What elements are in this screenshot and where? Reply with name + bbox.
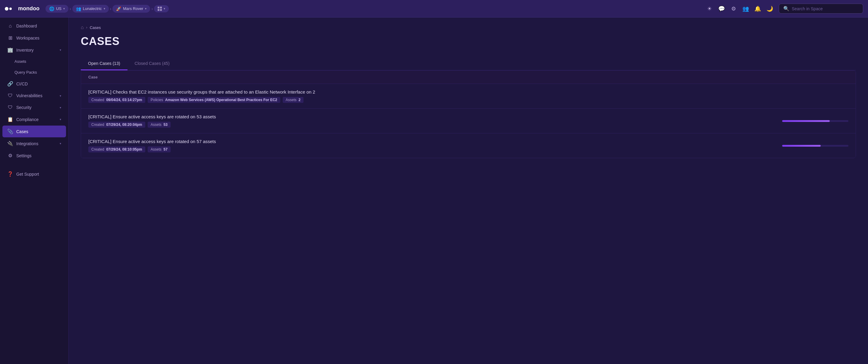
region-label: US <box>56 6 61 11</box>
breadcrumb-sep-1: › <box>70 6 71 11</box>
people-icon: 👥 <box>76 6 81 11</box>
theme-toggle-button[interactable]: ☀ <box>704 3 715 14</box>
search-placeholder: Search in Space <box>792 6 823 11</box>
integrations-icon: 🔌 <box>7 141 13 146</box>
created-badge: Created 07/29/24, 08:10:05pm <box>88 146 145 152</box>
sidebar-label-vulnerabilities: Vulnerabilities <box>16 93 57 98</box>
top-navigation: mondoo 🌐 US ▾ › 👥 Lunalectric ▾ › 🚀 Mars… <box>0 0 868 18</box>
sidebar-item-inventory[interactable]: 🏢 Inventory ▾ <box>2 44 66 56</box>
region-chevron-icon: ▾ <box>63 7 65 10</box>
security-chevron-icon: ▾ <box>60 106 61 109</box>
sidebar-item-vulnerabilities[interactable]: 🛡 Vulnerabilities ▾ <box>2 90 66 102</box>
space-chevron-icon: ▾ <box>145 7 147 10</box>
logo[interactable]: mondoo <box>5 5 39 12</box>
cases-icon: 📎 <box>7 129 13 134</box>
sidebar-label-querypacks: Query Packs <box>14 70 61 75</box>
sidebar-item-workspaces[interactable]: ⊞ Workspaces <box>2 32 66 44</box>
assets-label: Assets <box>151 122 161 127</box>
sidebar-item-getsupport[interactable]: ❓ Get Support <box>2 168 66 180</box>
logo-text: mondoo <box>18 5 39 12</box>
sidebar-label-cicd: CI/CD <box>16 82 61 86</box>
vulnerabilities-icon: 🛡 <box>7 93 13 99</box>
sidebar-label-compliance: Compliance <box>16 117 57 122</box>
team-button[interactable]: 👥 <box>740 3 751 14</box>
sidebar-item-cases[interactable]: 📎 Cases <box>2 125 66 137</box>
breadcrumb-home-icon[interactable]: ⌂ <box>81 25 84 30</box>
breadcrumb-current: Cases <box>90 25 101 30</box>
case-row[interactable]: [CRITICAL] Ensure active access keys are… <box>81 109 856 133</box>
breadcrumb-separator: › <box>86 25 87 30</box>
space-label: Mars Rover <box>123 6 143 11</box>
integrations-chevron-icon: ▾ <box>60 142 61 145</box>
assets-value: 2 <box>299 98 301 102</box>
cases-table: Case [CRITICAL] Checks that EC2 instance… <box>81 70 856 158</box>
rover-icon: 🚀 <box>116 6 121 11</box>
sidebar-item-querypacks[interactable]: Query Packs <box>2 67 66 78</box>
created-date: 09/04/24, 03:14:27pm <box>106 98 142 102</box>
logo-circle-small <box>9 7 12 10</box>
assets-value: 57 <box>163 147 167 151</box>
assets-badge: Assets 57 <box>148 146 170 152</box>
sidebar-item-dashboard[interactable]: ⌂ Dashboard <box>2 20 66 32</box>
main-content: ⌂ › Cases CASES Open Cases (13) Closed C… <box>69 18 868 364</box>
body-wrap: ⌂ Dashboard ⊞ Workspaces 🏢 Inventory ▾ A… <box>0 18 868 364</box>
sidebar-label-integrations: Integrations <box>16 141 57 146</box>
inventory-icon: 🏢 <box>7 47 13 53</box>
assets-value: 53 <box>163 122 167 127</box>
policies-label: Policies <box>151 98 163 102</box>
logo-icon <box>5 5 16 12</box>
search-bar[interactable]: 🔍 Search in Space <box>779 4 863 13</box>
case-meta: Created 09/04/24, 03:14:27pm Policies Am… <box>88 97 848 103</box>
assets-label: Assets <box>286 98 297 102</box>
case-meta: Created 07/29/24, 08:10:05pm Assets 57 <box>88 146 848 152</box>
chat-button[interactable]: 💬 <box>716 3 727 14</box>
sidebar-label-workspaces: Workspaces <box>16 36 61 40</box>
sidebar-label-assets: Assets <box>14 59 61 64</box>
tabs-row: Open Cases (13) Closed Cases (45) <box>81 57 856 70</box>
breadcrumb-sep-3: › <box>151 6 153 11</box>
github-button[interactable]: ⚙ <box>728 3 739 14</box>
notifications-button[interactable]: 🔔 <box>752 3 763 14</box>
sidebar: ⌂ Dashboard ⊞ Workspaces 🏢 Inventory ▾ A… <box>0 18 69 364</box>
progress-bar-fill <box>782 145 821 147</box>
security-icon: 🛡 <box>7 105 13 110</box>
created-badge: Created 09/04/24, 03:14:27pm <box>88 97 145 103</box>
sidebar-item-settings[interactable]: ⚙ Settings <box>2 150 66 162</box>
dark-mode-button[interactable]: 🌙 <box>764 3 775 14</box>
sidebar-label-cases: Cases <box>16 129 61 134</box>
sidebar-label-security: Security <box>16 105 57 110</box>
sidebar-item-security[interactable]: 🛡 Security ▾ <box>2 102 66 113</box>
org-selector[interactable]: 👥 Lunalectric ▾ <box>72 5 109 13</box>
sidebar-item-assets[interactable]: Assets <box>2 56 66 67</box>
page-title: CASES <box>81 35 856 48</box>
breadcrumb: ⌂ › Cases <box>81 25 856 30</box>
case-row[interactable]: [CRITICAL] Checks that EC2 instances use… <box>81 84 856 109</box>
inventory-chevron-icon: ▾ <box>60 48 61 52</box>
created-label: Created <box>91 98 104 102</box>
created-badge: Created 07/29/24, 08:20:04pm <box>88 122 145 128</box>
sidebar-item-cicd[interactable]: 🔗 CI/CD <box>2 78 66 90</box>
sidebar-item-compliance[interactable]: 📋 Compliance ▾ <box>2 113 66 125</box>
table-header-case: Case <box>81 71 856 84</box>
progress-bar <box>782 120 848 122</box>
progress-bar <box>782 145 848 147</box>
created-date: 07/29/24, 08:10:05pm <box>106 147 142 151</box>
tab-open-cases[interactable]: Open Cases (13) <box>81 57 127 70</box>
view-selector[interactable]: ▾ <box>154 5 169 12</box>
view-chevron-icon: ▾ <box>164 7 165 10</box>
space-selector[interactable]: 🚀 Mars Rover ▾ <box>113 5 150 13</box>
assets-badge: Assets 2 <box>283 97 304 103</box>
grid-icon <box>158 7 162 11</box>
breadcrumb-sep-2: › <box>110 6 112 11</box>
org-chevron-icon: ▾ <box>104 7 105 10</box>
case-title: [CRITICAL] Checks that EC2 instances use… <box>88 89 848 94</box>
case-meta: Created 07/29/24, 08:20:04pm Assets 53 <box>88 122 848 128</box>
sidebar-label-dashboard: Dashboard <box>16 24 61 28</box>
created-label: Created <box>91 122 104 127</box>
region-selector[interactable]: 🌐 US ▾ <box>45 5 68 13</box>
assets-label: Assets <box>151 147 161 151</box>
sidebar-item-integrations[interactable]: 🔌 Integrations ▾ <box>2 138 66 149</box>
tab-closed-cases[interactable]: Closed Cases (45) <box>127 57 177 70</box>
topnav-right: ☀ 💬 ⚙ 👥 🔔 🌙 🔍 Search in Space <box>704 3 863 14</box>
case-row[interactable]: [CRITICAL] Ensure active access keys are… <box>81 133 856 158</box>
